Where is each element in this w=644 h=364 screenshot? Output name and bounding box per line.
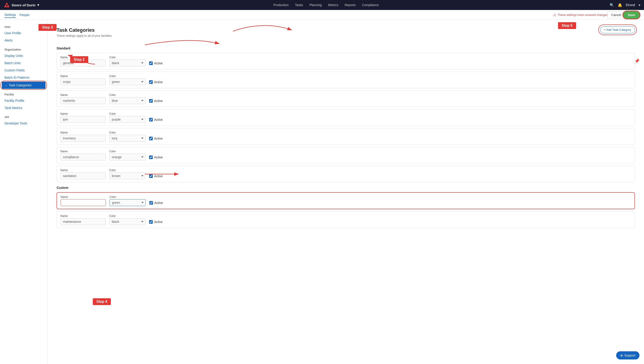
color-field-group: Color brown black xyxy=(109,169,146,179)
step4-label: Step 4 xyxy=(93,298,111,305)
color-field-group: Color black green blue xyxy=(109,56,146,66)
nav-metrics[interactable]: Metrics xyxy=(328,3,338,7)
color-field-group: Color purple black xyxy=(109,112,146,123)
active-checkbox-ipm[interactable] xyxy=(149,118,153,121)
name-field-group: Name xyxy=(60,112,106,123)
sidebar-arrow-icon: → xyxy=(4,84,8,87)
color-select-general[interactable]: black green blue xyxy=(109,60,146,66)
name-input-ipm[interactable] xyxy=(60,116,106,123)
active-checkbox-inventory[interactable] xyxy=(149,137,153,140)
name-input-maintenance[interactable] xyxy=(60,218,106,225)
sidebar-label-tank-metrics: Tank Metrics xyxy=(4,106,22,110)
color-select-ipm[interactable]: purple black xyxy=(109,116,146,123)
nav-links: Production Tasks Planning Metrics Report… xyxy=(48,3,604,7)
sidebar-item-batch-id-patterns[interactable]: Batch ID Patterns xyxy=(0,74,47,81)
name-input-new-custom[interactable] xyxy=(61,199,106,206)
name-input-compliance[interactable] xyxy=(60,154,106,160)
sidebar-item-developer-tools[interactable]: Developer Tools xyxy=(0,120,47,127)
active-label: Active xyxy=(154,61,163,65)
title-area: Step 3 Task Categories These settings ap… xyxy=(56,26,112,42)
page-title: Task Categories xyxy=(56,27,112,33)
active-checkbox-nutrients[interactable] xyxy=(149,99,153,103)
field-row: Name Color turq black Active xyxy=(60,131,631,142)
bell-icon[interactable]: 🔔 xyxy=(618,3,622,7)
user-dropdown-icon[interactable]: ▾ xyxy=(638,3,640,7)
active-label: Active xyxy=(154,201,163,205)
step5-label: Step 5 xyxy=(558,22,576,29)
page-subtitle: These settings apply to all of your faci… xyxy=(56,34,112,37)
support-button[interactable]: ⊕ Support xyxy=(616,351,640,359)
sidebar-item-facility-profile[interactable]: Facility Profile xyxy=(0,97,47,104)
active-checkbox-sanitation[interactable] xyxy=(149,174,153,178)
unsaved-text: These settings have unsaved changes xyxy=(558,13,608,17)
sidebar-item-task-categories[interactable]: → Task Categories xyxy=(2,82,46,89)
active-check-general: Active xyxy=(149,61,163,65)
table-row: Name Color green black Active xyxy=(56,72,635,88)
sidebar-item-tank-metrics[interactable]: Tank Metrics xyxy=(0,104,47,111)
name-input-inventory[interactable] xyxy=(60,135,106,142)
nav-planning[interactable]: Planning xyxy=(309,3,322,7)
nav-reports[interactable]: Reports xyxy=(345,3,356,7)
name-label: Name xyxy=(60,169,106,172)
color-field-group: Color green black blue xyxy=(110,195,146,206)
name-input-crops[interactable] xyxy=(60,78,106,85)
color-select-maintenance[interactable]: black green xyxy=(109,218,146,225)
name-input-sanitation[interactable] xyxy=(60,172,106,179)
active-checkbox-general[interactable] xyxy=(149,61,153,65)
nav-tasks[interactable]: Tasks xyxy=(295,3,303,7)
active-checkbox-maintenance[interactable] xyxy=(149,220,153,224)
field-row: Name Color black green Active xyxy=(60,214,631,225)
page-header: Step 3 Task Categories These settings ap… xyxy=(56,26,635,42)
active-label: Active xyxy=(154,174,163,178)
sidebar-item-alerts[interactable]: Alerts xyxy=(0,37,47,44)
add-task-category-button[interactable]: + Add Task Category xyxy=(600,26,635,33)
search-icon[interactable]: 🔍 xyxy=(610,3,614,7)
sidebar-item-batch-units[interactable]: Batch Units xyxy=(0,59,47,67)
color-select-new-custom[interactable]: green black blue xyxy=(110,199,146,206)
sub-nav: Settings People ⚠ These settings have un… xyxy=(0,10,644,20)
table-row: Name Color black green blue Active xyxy=(56,53,635,69)
nav-right: 🔍 🔔 Elrond ▾ xyxy=(610,3,640,7)
nav-production[interactable]: Production xyxy=(274,3,289,7)
subnav-settings[interactable]: Settings xyxy=(4,12,16,18)
color-select-crops[interactable]: green black xyxy=(109,78,146,85)
subnav-people[interactable]: People xyxy=(20,12,30,18)
color-label: Color xyxy=(109,112,146,115)
nav-compliance[interactable]: Compliance xyxy=(362,3,379,7)
nav-user[interactable]: Elrond xyxy=(626,3,635,7)
name-field-group: Name xyxy=(60,150,106,160)
brand-dropdown-icon[interactable]: ▾ xyxy=(37,3,39,7)
color-label: Color xyxy=(109,75,146,78)
name-label: Name xyxy=(60,131,106,134)
color-label: Color xyxy=(109,150,146,153)
step3-label: Step 3 xyxy=(38,24,56,31)
color-label: Color xyxy=(109,169,146,172)
active-check-nutrients: Active xyxy=(149,99,163,103)
name-field-group: Name xyxy=(61,195,106,206)
sidebar-item-display-units[interactable]: Display Units xyxy=(0,52,47,59)
field-row: Name Color orange black Active xyxy=(60,150,631,160)
color-select-nutrients[interactable]: blue black xyxy=(109,97,146,104)
sidebar-item-custom-fields[interactable]: Custom Fields xyxy=(0,67,47,74)
name-input-nutrients[interactable] xyxy=(60,97,106,104)
color-select-inventory[interactable]: turq black xyxy=(109,135,146,142)
support-label: Support xyxy=(624,353,636,357)
brand[interactable]: Doors of Durin ▾ xyxy=(4,2,39,8)
name-label: Name xyxy=(60,112,106,115)
color-select-compliance[interactable]: orange black xyxy=(109,154,146,160)
custom-section-label: Custom xyxy=(56,186,635,190)
active-checkbox-compliance[interactable] xyxy=(149,155,153,159)
field-row: Name Color green black blue Active xyxy=(61,195,631,206)
color-label: Color xyxy=(109,214,146,218)
step5-badge: Step 5 xyxy=(558,22,576,29)
sidebar-label-task-categories: Task Categories xyxy=(9,83,32,87)
table-row-custom-new: Name Color green black blue Active xyxy=(56,192,635,209)
sidebar-label-batch-id-patterns: Batch ID Patterns xyxy=(4,76,30,79)
active-checkbox-new-custom[interactable] xyxy=(149,201,153,205)
active-checkbox-crops[interactable] xyxy=(149,80,153,84)
active-check-compliance: Active xyxy=(149,155,163,159)
color-select-sanitation[interactable]: brown black xyxy=(109,172,146,179)
name-label: Name xyxy=(60,150,106,153)
active-check-new-custom: Active xyxy=(149,201,163,205)
save-button[interactable]: Save xyxy=(622,11,640,19)
